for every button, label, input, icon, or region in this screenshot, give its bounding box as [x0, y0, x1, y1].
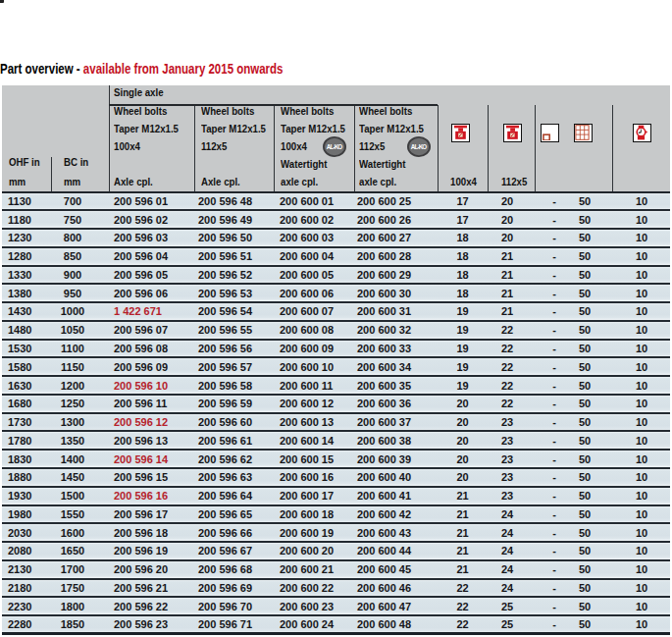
- svg-text:AL-KO: AL-KO: [327, 143, 343, 150]
- svg-text:AL-KO: AL-KO: [410, 143, 427, 150]
